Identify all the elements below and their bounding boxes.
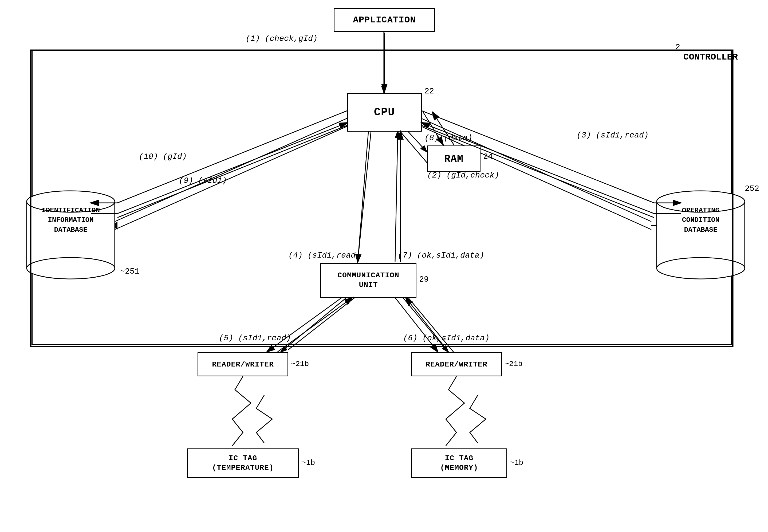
svg-line-17	[400, 288, 454, 352]
step10-label: (10) (gId)	[139, 152, 187, 161]
reader-writer-right-ref: ~21b	[505, 360, 522, 368]
ic-tag-temp-ref: ~1b	[302, 459, 315, 467]
ic-tag-memory-box: IC TAG(MEMORY)	[411, 448, 507, 478]
svg-line-13	[395, 131, 398, 262]
step4-label: (4) (sId1,read)	[288, 251, 360, 260]
comm-unit-ref: 29	[419, 275, 429, 284]
application-box: APPLICATION	[334, 8, 435, 32]
identification-db-svg	[24, 187, 117, 283]
controller-label: CONTROLLER	[683, 52, 738, 62]
ram-box: RAM	[427, 145, 481, 172]
step7-label: (7) (ok,sId1,data)	[398, 251, 484, 260]
svg-line-44	[278, 298, 352, 352]
operating-db-svg	[654, 187, 747, 283]
controller-ref: 2	[675, 43, 680, 52]
svg-line-41	[358, 132, 368, 262]
reader-writer-left-ref: ~21b	[291, 360, 309, 368]
svg-line-4	[115, 115, 355, 222]
svg-line-30	[117, 125, 347, 218]
communication-unit-box: COMMUNICATIONUNIT	[320, 263, 416, 298]
cpu-ref: 22	[424, 87, 434, 96]
svg-line-16	[395, 288, 448, 352]
ram-ref: 24	[483, 152, 493, 161]
operating-db-label: OPERATINGCONDITIONDATABASE	[657, 206, 745, 235]
diagram: APPLICATION CONTROLLER 2 CPU 22 RAM 24 C…	[0, 0, 768, 532]
svg-line-12	[358, 131, 371, 262]
svg-point-24	[657, 258, 745, 279]
cpu-box: CPU	[347, 93, 422, 132]
operating-db-ref: 252	[745, 184, 759, 193]
svg-line-46	[406, 298, 448, 352]
identification-db-ref: ~251	[120, 267, 139, 276]
svg-line-14	[280, 288, 358, 352]
reader-writer-right-box: READER/WRITER	[411, 352, 502, 376]
ic-tag-memory-ref: ~1b	[510, 459, 523, 467]
ic-tag-temp-box: IC TAG(TEMPERATURE)	[187, 448, 299, 478]
reader-writer-left-box: READER/WRITER	[198, 352, 288, 376]
step9-label: (9) (sId1)	[179, 176, 227, 185]
step6-label: (6) (ok,sId1,data)	[403, 334, 490, 343]
svg-line-43	[267, 298, 342, 352]
step8-label: (8) (data)	[424, 133, 472, 143]
svg-line-45	[395, 298, 438, 352]
step2-label: (2) (gId,check)	[427, 171, 499, 180]
svg-point-21	[27, 258, 115, 279]
identification-db-label: IDENTIFICATIONINFORMATIONDATABASE	[27, 206, 115, 235]
step3-label: (3) (sId1,read)	[577, 131, 649, 140]
step1-label: (1) (check,gId)	[246, 34, 318, 43]
step5-label: (5) (sId1,read)	[219, 334, 291, 343]
svg-line-5	[115, 123, 355, 230]
svg-line-33	[117, 123, 347, 214]
